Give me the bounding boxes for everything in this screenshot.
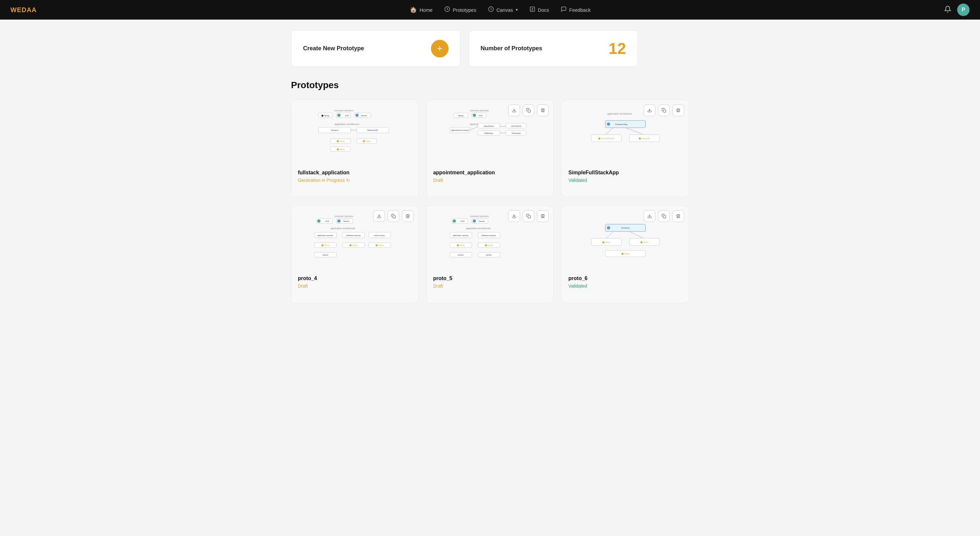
svg-point-64	[317, 219, 321, 223]
feedback-icon	[561, 6, 567, 14]
svg-text:application architecture: application architecture	[335, 123, 360, 126]
svg-point-109	[607, 226, 610, 230]
proto-status-fullstack: Generation in Progress ↻	[298, 177, 412, 183]
svg-text:Transaction: Transaction	[512, 132, 521, 134]
svg-line-116	[629, 231, 643, 238]
prototype-card-simplefullstack[interactable]: application architecture Frontend App ⬤ …	[562, 100, 689, 198]
create-prototype-card[interactable]: Create New Prototype +	[291, 30, 461, 67]
svg-text:Service: Service	[344, 220, 349, 222]
svg-point-12	[356, 113, 359, 117]
svg-rect-49	[663, 110, 666, 112]
proto-info-5: proto_5 Draft	[427, 271, 554, 295]
svg-text:application services: application services	[453, 234, 468, 236]
create-prototype-button[interactable]: +	[431, 40, 449, 57]
svg-line-115	[606, 231, 613, 238]
svg-text:database services: database services	[482, 234, 496, 236]
delete-button-simplefullstack[interactable]	[672, 104, 684, 116]
prototype-card-5[interactable]: common services GCP Service application …	[426, 205, 554, 303]
copy-button-simplefullstack[interactable]	[658, 104, 670, 116]
delete-button-appointment[interactable]	[537, 104, 549, 116]
svg-text:application architecture: application architecture	[331, 227, 355, 230]
svg-text:⬤ Spring: ⬤ Spring	[640, 241, 648, 244]
proto-card-actions-6	[644, 210, 684, 222]
proto-name-fullstack: fullstack_application	[298, 170, 412, 175]
home-icon: 🏠	[410, 6, 417, 13]
prototype-card-appointment[interactable]: common services Spring GCP application a…	[426, 100, 554, 198]
user-avatar[interactable]: P	[957, 3, 970, 16]
download-button-simplefullstack[interactable]	[644, 104, 655, 116]
proto-card-actions-simplefullstack	[644, 104, 684, 116]
svg-text:GCP: GCP	[479, 115, 483, 116]
notification-bell-icon[interactable]	[944, 6, 951, 14]
delete-button-6[interactable]	[672, 210, 684, 222]
nav-docs[interactable]: Docs	[530, 6, 549, 14]
nav-prototypes[interactable]: Prototypes	[444, 6, 476, 14]
svg-text:GCP: GCP	[345, 115, 349, 116]
svg-text:database services: database services	[346, 234, 361, 236]
proto-status-5: Draft	[433, 283, 547, 289]
nav-home[interactable]: 🏠 Home	[410, 6, 433, 13]
svg-rect-85	[528, 215, 531, 218]
svg-text:⬤ Spring: ⬤ Spring	[375, 244, 383, 246]
svg-text:⬤ Spring: ⬤ Spring	[321, 244, 329, 246]
logo[interactable]: WEDAA	[10, 6, 37, 14]
prototype-count-number: 12	[609, 40, 626, 57]
svg-text:application services: application services	[317, 234, 333, 236]
svg-text:common services: common services	[335, 215, 354, 218]
svg-text:application architecture: application architecture	[466, 227, 491, 230]
copy-button-6[interactable]	[658, 210, 670, 222]
svg-point-32	[473, 113, 476, 117]
svg-point-67	[337, 219, 340, 223]
svg-line-58	[605, 128, 613, 134]
svg-text:Appointment Frontend: Appointment Frontend	[451, 129, 469, 131]
copy-button-appointment[interactable]	[523, 104, 535, 116]
prototype-card-fullstack[interactable]: common services ⬤ Spring GCP Service app…	[291, 100, 418, 198]
svg-text:GCP: GCP	[461, 220, 465, 222]
proto-name-simplefullstack: SimpleFullStackApp	[568, 170, 682, 175]
download-button-4[interactable]	[373, 210, 385, 222]
copy-button-5[interactable]	[523, 210, 535, 222]
canvas-icon	[488, 6, 494, 14]
nav-docs-label: Docs	[538, 7, 549, 13]
proto-diagram-fullstack: common services ⬤ Spring GCP Service app…	[291, 100, 418, 165]
download-button-appointment[interactable]	[508, 104, 520, 116]
svg-point-91	[473, 219, 476, 223]
proto-info-6: proto_6 Validated	[562, 271, 689, 295]
svg-rect-27	[528, 110, 531, 112]
svg-text:service: service	[486, 254, 492, 256]
navbar: WEDAA 🏠 Home Prototypes Canvas ▾ Docs	[0, 0, 980, 19]
nav-prototypes-label: Prototypes	[453, 7, 476, 13]
svg-text:Appointment: Appointment	[484, 125, 494, 127]
proto-name-5: proto_5	[433, 276, 547, 281]
svg-text:Frontend: Frontend	[331, 129, 338, 131]
top-cards: Create New Prototype + Number of Prototy…	[291, 30, 689, 67]
svg-line-45	[470, 127, 478, 130]
svg-text:Frontend App: Frontend App	[615, 123, 627, 125]
prototype-card-6[interactable]: Frontend ⬤ Spring ⬤ Spring ⬤ Spring prot…	[562, 205, 689, 303]
delete-button-4[interactable]	[402, 210, 414, 222]
svg-text:⬤ Spring: ⬤ Spring	[337, 140, 345, 142]
svg-text:⬤ Spring DB: ⬤ Spring DB	[639, 137, 650, 140]
docs-icon	[530, 6, 535, 14]
svg-text:⬤ Spring: ⬤ Spring	[621, 253, 629, 255]
delete-button-5[interactable]	[537, 210, 549, 222]
prototypes-section-title: Prototypes	[291, 80, 689, 91]
svg-text:⬤ Spring Boot API: ⬤ Spring Boot API	[598, 137, 614, 140]
svg-text:common services: common services	[335, 109, 354, 112]
download-button-6[interactable]	[644, 210, 655, 222]
download-button-5[interactable]	[508, 210, 520, 222]
nav-feedback[interactable]: Feedback	[561, 6, 591, 14]
proto-name-6: proto_6	[568, 276, 682, 281]
svg-text:common services: common services	[470, 109, 489, 112]
proto-card-actions-appointment	[508, 104, 549, 116]
svg-text:service: service	[323, 254, 328, 256]
prototype-count-label: Number of Prototypes	[480, 45, 542, 52]
svg-text:auth services: auth services	[374, 234, 385, 236]
proto-name-appointment: appointment_application	[433, 170, 547, 175]
prototype-card-4[interactable]: common services GCP Service application …	[291, 205, 418, 303]
prototypes-grid: common services ⬤ Spring GCP Service app…	[291, 100, 689, 303]
nav-canvas[interactable]: Canvas ▾	[488, 6, 518, 14]
svg-text:application architecture: application architecture	[607, 112, 632, 115]
copy-button-4[interactable]	[388, 210, 399, 222]
proto-status-appointment: Draft	[433, 177, 547, 183]
